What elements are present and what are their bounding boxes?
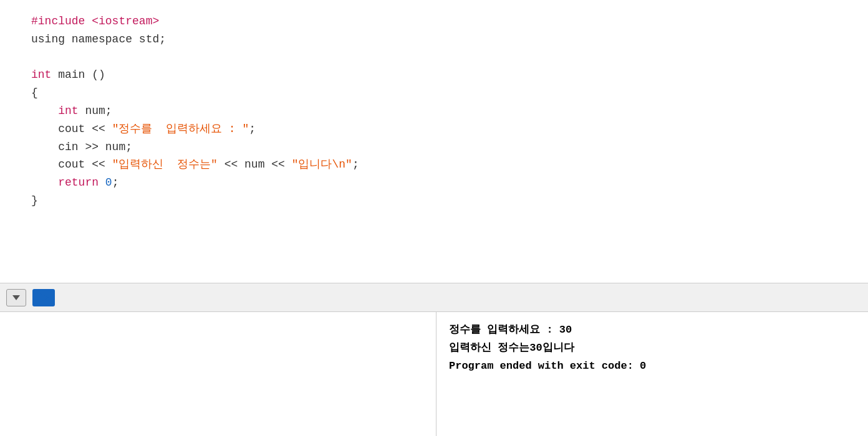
output-line-3: Program ended with exit code: 0	[449, 358, 856, 376]
code-line-7: cout << "정수를 입력하세요 : ";	[31, 120, 868, 138]
collapse-button[interactable]	[6, 289, 26, 306]
code-line-11: }	[31, 192, 868, 210]
run-icon	[39, 293, 49, 303]
code-line-8: cin >> num;	[31, 138, 868, 156]
output-line-1: 정수를 입력하세요 : 30	[449, 321, 856, 339]
collapse-icon	[12, 295, 20, 300]
code-line-1: #include <iostream>	[31, 12, 868, 31]
code-line-3	[31, 49, 868, 67]
code-line-9: cout << "입력하신 정수는" << num << "입니다\n";	[31, 156, 868, 174]
code-line-4: int main ()	[31, 66, 868, 84]
code-line-2: using namespace std;	[31, 31, 868, 49]
code-line-10: return 0;	[31, 174, 868, 192]
code-line-5: {	[31, 84, 868, 102]
output-left-panel	[0, 312, 436, 436]
code-editor[interactable]: #include <iostream> using namespace std;…	[0, 0, 868, 283]
output-right-panel: 정수를 입력하세요 : 30 입력하신 정수는30입니다 Program end…	[436, 312, 868, 436]
output-line-2: 입력하신 정수는30입니다	[449, 339, 856, 358]
toolbar	[0, 283, 868, 312]
output-area: 정수를 입력하세요 : 30 입력하신 정수는30입니다 Program end…	[0, 312, 868, 436]
run-button[interactable]	[32, 289, 55, 306]
code-line-6: int num;	[31, 102, 868, 120]
